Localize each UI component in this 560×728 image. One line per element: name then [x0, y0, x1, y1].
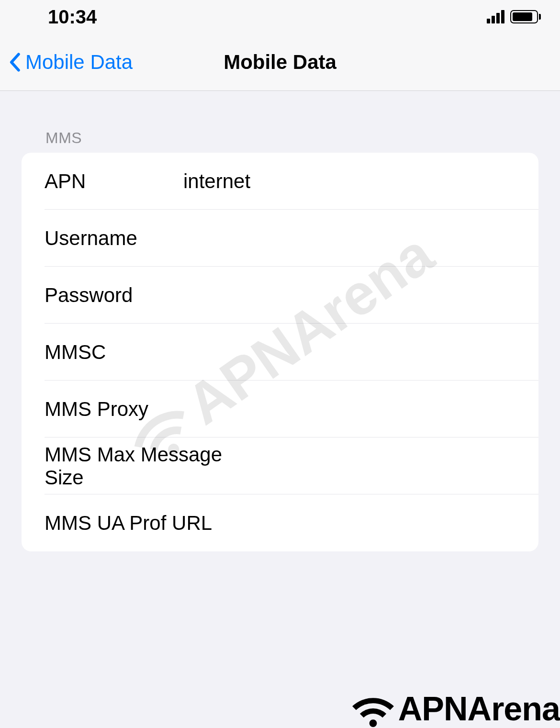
mms-ua-prof-row[interactable]: MMS UA Prof URL: [22, 494, 538, 551]
status-indicators: [487, 10, 541, 23]
password-input[interactable]: [183, 284, 515, 307]
navigation-bar: Mobile Data Mobile Data: [0, 34, 560, 91]
section-header-mms: MMS: [0, 129, 560, 153]
apn-label: APN: [45, 170, 183, 193]
cellular-signal-icon: [487, 10, 504, 23]
username-input[interactable]: [183, 227, 515, 250]
content: MMS APN Username Password MMSC MMS Proxy…: [0, 91, 560, 551]
mmsc-row[interactable]: MMSC: [22, 324, 538, 381]
mms-ua-prof-input[interactable]: [263, 512, 515, 535]
chevron-left-icon: [9, 53, 21, 72]
mmsc-label: MMSC: [45, 341, 183, 364]
username-label: Username: [45, 227, 183, 250]
mms-max-size-input[interactable]: [263, 455, 515, 478]
wifi-icon: [350, 691, 396, 727]
status-bar: 10:34: [0, 0, 560, 34]
mms-max-size-row[interactable]: MMS Max Message Size: [22, 437, 538, 494]
status-time: 10:34: [48, 6, 97, 28]
mms-proxy-label: MMS Proxy: [45, 398, 183, 421]
password-label: Password: [45, 284, 183, 307]
username-row[interactable]: Username: [22, 210, 538, 267]
back-button[interactable]: Mobile Data: [9, 51, 133, 74]
mms-ua-prof-label: MMS UA Prof URL: [45, 512, 263, 535]
password-row[interactable]: Password: [22, 267, 538, 324]
mms-proxy-row[interactable]: MMS Proxy: [22, 381, 538, 437]
apn-input[interactable]: [183, 170, 515, 193]
battery-icon: [510, 10, 541, 23]
mms-proxy-input[interactable]: [183, 398, 515, 421]
logo-text: APNArena: [398, 690, 560, 728]
apn-row[interactable]: APN: [22, 153, 538, 210]
mmsc-input[interactable]: [183, 341, 515, 364]
page-title: Mobile Data: [224, 51, 336, 74]
apnarena-logo: APNArena: [350, 690, 560, 728]
back-label: Mobile Data: [25, 51, 133, 74]
mms-settings-group: APN Username Password MMSC MMS Proxy MMS…: [22, 153, 538, 551]
mms-max-size-label: MMS Max Message Size: [45, 443, 263, 489]
